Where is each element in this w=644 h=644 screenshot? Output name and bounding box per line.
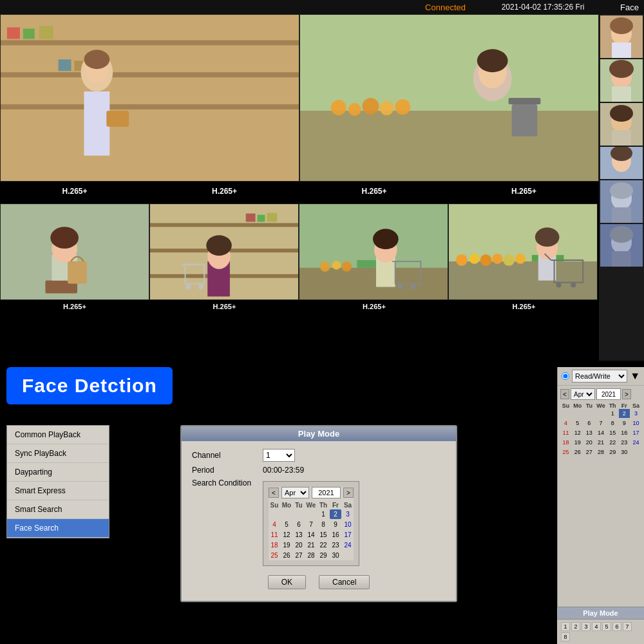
play-mode-num-8[interactable]: 8 xyxy=(561,632,570,641)
cal-day-20[interactable]: 20 xyxy=(293,540,305,550)
r-cal-day-15[interactable]: 15 xyxy=(607,428,618,437)
r-cal-day-6[interactable]: 6 xyxy=(583,419,594,428)
cal-day-25[interactable]: 25 xyxy=(269,551,280,560)
cal-day-28[interactable]: 28 xyxy=(305,551,317,560)
face-thumb-3[interactable] xyxy=(600,103,643,146)
menu-smart-search[interactable]: Smart Search xyxy=(7,500,109,519)
right-cal-year[interactable] xyxy=(596,388,621,400)
rw-radio[interactable] xyxy=(562,372,569,380)
r-cal-day-25[interactable]: 25 xyxy=(560,448,571,457)
cal-day-19[interactable]: 19 xyxy=(281,540,292,550)
cal-day-1[interactable]: 1 xyxy=(317,509,329,519)
cal-year-input[interactable] xyxy=(312,487,341,498)
play-mode-num-6[interactable]: 6 xyxy=(612,622,621,631)
cal-day-2[interactable]: 2 xyxy=(330,509,341,519)
r-cal-day-4[interactable]: 4 xyxy=(560,419,571,428)
cal-day-9[interactable]: 9 xyxy=(330,520,341,529)
cal-day-14[interactable]: 14 xyxy=(305,530,317,540)
r-cal-day-24[interactable]: 24 xyxy=(630,438,641,447)
camera-6[interactable] xyxy=(448,204,598,300)
r-cal-day-23[interactable]: 23 xyxy=(619,438,630,447)
cal-day-10[interactable]: 10 xyxy=(342,520,354,529)
cal-day-26[interactable]: 26 xyxy=(281,551,292,560)
camera-5[interactable] xyxy=(299,204,448,300)
play-mode-num-1[interactable]: 1 xyxy=(561,622,570,631)
camera-4[interactable] xyxy=(149,204,299,300)
r-cal-day-13[interactable]: 13 xyxy=(583,428,594,437)
right-cal-next[interactable]: > xyxy=(622,389,631,399)
cal-day-13[interactable]: 13 xyxy=(293,530,305,540)
r-cal-day-16[interactable]: 16 xyxy=(619,428,630,437)
r-cal-day-11[interactable]: 11 xyxy=(560,428,571,437)
r-cal-day-26[interactable]: 26 xyxy=(572,448,583,457)
cancel-button[interactable]: Cancel xyxy=(319,575,370,589)
cal-next-btn[interactable]: > xyxy=(343,488,354,498)
r-cal-day-7[interactable]: 7 xyxy=(595,419,606,428)
cal-day-29[interactable]: 29 xyxy=(317,551,329,560)
r-cal-day-17[interactable]: 17 xyxy=(630,428,641,437)
camera-2[interactable] xyxy=(299,14,599,182)
face-thumb-4[interactable] xyxy=(600,147,643,179)
menu-sync-playback[interactable]: Sync PlayBack xyxy=(7,444,109,463)
r-cal-day-9[interactable]: 9 xyxy=(619,419,630,428)
face-thumb-1[interactable] xyxy=(600,15,643,58)
cal-day-8[interactable]: 8 xyxy=(317,520,329,529)
r-cal-day-28[interactable]: 28 xyxy=(595,448,606,457)
menu-face-search[interactable]: Face Search xyxy=(7,519,109,538)
play-mode-num-7[interactable]: 7 xyxy=(623,622,632,631)
cal-day-17[interactable]: 17 xyxy=(342,530,354,540)
r-cal-day-5[interactable]: 5 xyxy=(572,419,583,428)
cal-day-7[interactable]: 7 xyxy=(305,520,317,529)
right-cal-prev[interactable]: < xyxy=(560,389,569,399)
cal-day-22[interactable]: 22 xyxy=(317,540,329,550)
channel-select[interactable]: 1 2 3 4 xyxy=(263,449,295,462)
r-cal-day-8[interactable]: 8 xyxy=(607,419,618,428)
r-cal-day-1[interactable]: 1 xyxy=(607,409,618,418)
face-tab[interactable]: Face xyxy=(620,3,639,12)
r-cal-day-18[interactable]: 18 xyxy=(560,438,571,447)
r-cal-day-21[interactable]: 21 xyxy=(595,438,606,447)
r-cal-day-12[interactable]: 12 xyxy=(572,428,583,437)
cal-day-15[interactable]: 15 xyxy=(317,530,329,540)
cal-day-4[interactable]: 4 xyxy=(269,520,280,529)
face-thumb-2[interactable] xyxy=(600,59,643,102)
r-cal-day-30[interactable]: 30 xyxy=(619,448,630,457)
camera-1[interactable] xyxy=(0,14,299,182)
play-mode-num-5[interactable]: 5 xyxy=(602,622,611,631)
cal-month-select[interactable]: Apr JanFebMar MayJunJul AugSepOct NovDec xyxy=(281,487,309,498)
cal-day-18[interactable]: 18 xyxy=(269,540,280,550)
cal-day-21[interactable]: 21 xyxy=(305,540,317,550)
face-thumb-5[interactable] xyxy=(600,180,643,223)
r-cal-day-2[interactable]: 2 xyxy=(619,409,630,418)
cal-prev-btn[interactable]: < xyxy=(269,488,279,498)
play-mode-num-4[interactable]: 4 xyxy=(592,622,601,631)
r-cal-day-14[interactable]: 14 xyxy=(595,428,606,437)
cal-day-5[interactable]: 5 xyxy=(281,520,292,529)
cal-day-16[interactable]: 16 xyxy=(330,530,341,540)
cal-day-11[interactable]: 11 xyxy=(269,530,280,540)
right-cal-month[interactable]: Apr xyxy=(571,388,595,400)
cal-day-27[interactable]: 27 xyxy=(293,551,305,560)
menu-common-playback[interactable]: Common PlayBack xyxy=(7,426,109,444)
face-thumb-6[interactable] xyxy=(600,224,643,267)
ok-button[interactable]: OK xyxy=(268,575,306,589)
camera-3[interactable] xyxy=(0,204,149,300)
rw-select[interactable]: Read/Write Read Only xyxy=(572,370,627,383)
r-cal-day-10[interactable]: 10 xyxy=(630,419,641,428)
cal-day-30[interactable]: 30 xyxy=(330,551,341,560)
r-cal-day-19[interactable]: 19 xyxy=(572,438,583,447)
cal-day-24[interactable]: 24 xyxy=(342,540,354,550)
r-cal-day-29[interactable]: 29 xyxy=(607,448,618,457)
cal-day-12[interactable]: 12 xyxy=(281,530,292,540)
cal-day-6[interactable]: 6 xyxy=(293,520,305,529)
play-mode-num-2[interactable]: 2 xyxy=(571,622,580,631)
menu-dayparting[interactable]: Dayparting xyxy=(7,463,109,482)
menu-smart-express[interactable]: Smart Express xyxy=(7,482,109,500)
cal-day-23[interactable]: 23 xyxy=(330,540,341,550)
cal-day-3[interactable]: 3 xyxy=(342,509,354,519)
r-cal-day-20[interactable]: 20 xyxy=(583,438,594,447)
r-cal-day-3[interactable]: 3 xyxy=(630,409,641,418)
r-cal-day-22[interactable]: 22 xyxy=(607,438,618,447)
r-cal-day-27[interactable]: 27 xyxy=(583,448,594,457)
play-mode-num-3[interactable]: 3 xyxy=(582,622,591,631)
